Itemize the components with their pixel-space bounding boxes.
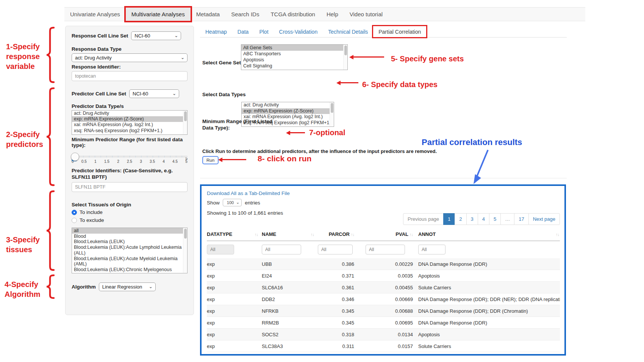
scrollbar-thumb[interactable] bbox=[184, 111, 187, 121]
column-header-parcor[interactable]: PARCOR↑↓ bbox=[318, 231, 354, 237]
nav-metadata[interactable]: Metadata bbox=[191, 8, 226, 21]
tissue-include-option[interactable]: To include bbox=[72, 209, 188, 215]
filter-pval-input[interactable] bbox=[366, 245, 405, 254]
annotation-arrow-optional bbox=[286, 130, 305, 135]
scrollbar-thumb[interactable] bbox=[184, 229, 187, 239]
annotation-step1: 1-Specify response variable bbox=[6, 42, 40, 71]
data-types-label: Select Data Types bbox=[202, 92, 246, 97]
tab-plot[interactable]: Plot bbox=[254, 26, 274, 37]
min-predictor-range-label: Minimum Predictor Range (for first liste… bbox=[72, 137, 188, 148]
page-length-select[interactable]: 100 ⌄ bbox=[223, 199, 242, 206]
nav-univariate-analyses[interactable]: Univariate Analyses bbox=[64, 8, 126, 21]
chevron-down-icon: ⌄ bbox=[174, 33, 178, 38]
brace-step3 bbox=[45, 190, 55, 271]
list-item[interactable]: xsq: RNA-seq Expression (log2 FPKM+1.) bbox=[72, 128, 187, 134]
predictor-data-types-label: Predictor Data Type/s bbox=[72, 103, 188, 109]
show-entries-row: Show 100 ⌄ entries bbox=[207, 199, 260, 206]
list-item-selected[interactable]: exp: mRNA Expression (Z-Score) bbox=[72, 116, 187, 122]
pagination-page-5[interactable]: 5 bbox=[489, 213, 501, 225]
pagination-page-17[interactable]: 17 bbox=[514, 213, 528, 225]
list-item[interactable]: act: Drug Activity bbox=[72, 111, 187, 116]
tab-cross-validation[interactable]: Cross-Validation bbox=[274, 26, 323, 37]
predictor-identifiers-label: Predictor Identifiers: (Case-Sensitive, … bbox=[72, 167, 188, 180]
list-item[interactable]: Blood:Leukemia (LEUK):Acute Myeloid Leuk… bbox=[72, 256, 187, 267]
filter-name-input[interactable] bbox=[262, 245, 301, 254]
table-row: expSOCS20.3180.0134Apoptosis bbox=[207, 329, 560, 340]
list-item[interactable]: Blood:Leukemia (LEUK) bbox=[72, 239, 187, 245]
tissue-origin-label: Select Tissue/s of Origin bbox=[72, 202, 188, 208]
pagination-page-3[interactable]: 3 bbox=[466, 213, 478, 225]
annotation-step5: 5- Specify gene sets bbox=[391, 54, 464, 64]
chevron-down-icon: ⌄ bbox=[236, 200, 239, 205]
gene-sets-label: Select Gene Sets bbox=[202, 60, 244, 66]
pagination-page-2[interactable]: 2 bbox=[455, 213, 466, 225]
pagination-page-4[interactable]: 4 bbox=[478, 213, 489, 225]
download-link[interactable]: Download All as a Tab-Delimited File bbox=[207, 190, 290, 196]
scrollbar[interactable] bbox=[343, 45, 347, 70]
response-identifier-input[interactable] bbox=[72, 71, 188, 81]
run-button[interactable]: Run bbox=[202, 156, 219, 164]
tab-partial-correlation[interactable]: Partial Correlation bbox=[373, 26, 426, 37]
algorithm-select[interactable]: Linear Regression ⌄ bbox=[99, 282, 156, 291]
table-header-row: DATATYPE↑↓ NAME↑↓ PARCOR↑↓ PVAL↑↓ ANNOT↑… bbox=[207, 228, 560, 241]
scrollbar-thumb[interactable] bbox=[331, 103, 333, 113]
list-item[interactable]: xai: mRNA Expression (Avg. log2 Int.) bbox=[72, 122, 187, 128]
sort-icon[interactable]: ↑↓ bbox=[410, 232, 413, 237]
column-header-pval[interactable]: PVAL↑↓ bbox=[354, 231, 413, 237]
list-item[interactable]: Blood bbox=[72, 234, 187, 239]
tab-heatmap[interactable]: Heatmap bbox=[200, 26, 232, 37]
list-item[interactable]: ABC Transporters bbox=[241, 51, 347, 57]
scrollbar[interactable] bbox=[183, 228, 187, 273]
tab-technical-details[interactable]: Technical Details bbox=[323, 26, 373, 37]
filter-datatype-input[interactable] bbox=[207, 245, 234, 254]
top-nav: Univariate Analyses Multivariate Analyse… bbox=[64, 7, 585, 21]
tab-data[interactable]: Data bbox=[232, 26, 254, 37]
annotation-arrow-data-types bbox=[336, 80, 358, 85]
list-item[interactable]: act: Drug Activity bbox=[242, 102, 334, 108]
scrollbar[interactable] bbox=[183, 111, 187, 134]
scrollbar-thumb[interactable] bbox=[344, 45, 347, 55]
sort-icon[interactable]: ↑↓ bbox=[351, 232, 354, 237]
list-item-selected[interactable]: All Gene Sets bbox=[241, 45, 347, 51]
list-item[interactable]: Cell Signaling bbox=[241, 63, 347, 69]
nav-multivariate-analyses[interactable]: Multivariate Analyses bbox=[126, 8, 191, 21]
list-item[interactable]: Apoptosis bbox=[241, 57, 347, 63]
slider-handle[interactable] bbox=[71, 153, 79, 161]
chevron-down-icon: ⌄ bbox=[181, 55, 184, 60]
table-row: expSLC6A160.3610.00455Solute Carriers bbox=[207, 282, 560, 293]
filter-parcor-input[interactable] bbox=[318, 245, 353, 254]
column-header-datatype[interactable]: DATATYPE↑↓ bbox=[207, 231, 262, 237]
slider-track[interactable] bbox=[72, 156, 188, 158]
response-data-type-select[interactable]: act: Drug Activity ⌄ bbox=[72, 53, 188, 62]
radio-unchecked-icon[interactable] bbox=[72, 218, 77, 223]
predictor-identifiers-input[interactable] bbox=[72, 182, 188, 192]
min-predictor-range-slider: 0 5 00.511.522.533.544.55 bbox=[72, 156, 188, 164]
table-row: expNFRKB0.3450.00688DNA Damage Response … bbox=[207, 305, 560, 317]
table-row: expDDB20.3460.00669DNA Damage Response (… bbox=[207, 293, 560, 305]
list-item[interactable]: Blood:Leukemia (LEUK):Chronic Myelogenou… bbox=[72, 267, 187, 273]
scrollbar[interactable] bbox=[330, 102, 334, 126]
list-item-selected[interactable]: exp: mRNA Expression (Z-Score) bbox=[242, 108, 334, 114]
entries-label: entries bbox=[245, 200, 260, 206]
sort-icon[interactable]: ↑↓ bbox=[556, 232, 559, 237]
nav-search-ids[interactable]: Search IDs bbox=[225, 8, 265, 21]
tissue-exclude-option[interactable]: To exclude bbox=[72, 217, 188, 223]
sort-icon[interactable]: ↑↓ bbox=[255, 232, 258, 237]
nav-video-tutorial[interactable]: Video tutorial bbox=[344, 8, 388, 21]
pagination-next[interactable]: Next page bbox=[528, 213, 560, 225]
nav-tcga-distribution[interactable]: TCGA distribution bbox=[265, 8, 321, 21]
response-cell-line-select[interactable]: NCI-60 ⌄ bbox=[131, 31, 181, 40]
radio-checked-icon[interactable] bbox=[72, 210, 77, 215]
brace-step4 bbox=[45, 274, 55, 299]
pagination-page-1[interactable]: 1 bbox=[443, 213, 455, 225]
page: Univariate Analyses Multivariate Analyse… bbox=[0, 0, 644, 362]
column-header-name[interactable]: NAME↑↓ bbox=[262, 231, 318, 237]
column-header-annot[interactable]: ANNOT↑↓ bbox=[413, 231, 560, 237]
filter-annot-input[interactable] bbox=[418, 245, 445, 254]
list-item-selected[interactable]: all bbox=[72, 228, 187, 234]
pagination-previous[interactable]: Previous page bbox=[403, 213, 444, 225]
nav-help[interactable]: Help bbox=[321, 8, 344, 21]
sort-icon[interactable]: ↑↓ bbox=[311, 232, 314, 237]
predictor-cell-line-select[interactable]: NCI-60 ⌄ bbox=[129, 89, 179, 98]
list-item[interactable]: Blood:Leukemia (LEUK):Acute Lymphoid Leu… bbox=[72, 245, 187, 256]
